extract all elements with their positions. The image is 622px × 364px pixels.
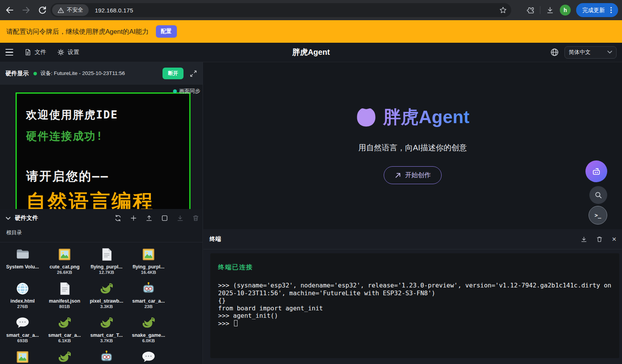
- snake-file-icon: [57, 315, 72, 330]
- hamburger-menu-icon[interactable]: [5, 49, 13, 56]
- profile-avatar[interactable]: h: [560, 5, 571, 16]
- snake-file-icon: [57, 350, 72, 364]
- file-item[interactable]: manifest.json801B: [44, 279, 86, 313]
- file-size: 6.1KB: [58, 338, 71, 343]
- new-file-icon[interactable]: [130, 214, 137, 222]
- file-item[interactable]: [2, 347, 44, 364]
- globe-file-icon: [15, 281, 30, 296]
- downloads-icon[interactable]: [546, 6, 554, 14]
- terminal-toggle-button[interactable]: >_: [589, 206, 607, 225]
- globe-icon[interactable]: [550, 48, 559, 57]
- file-size: 23B: [144, 304, 152, 309]
- image-file-icon: [57, 247, 72, 262]
- device-screen-preview: 欢迎使用胖虎IDE硬件连接成功!请开启您的——自然语言编程: [16, 92, 190, 209]
- file-name: System Volu...: [6, 264, 39, 270]
- terminal-clear-icon[interactable]: [596, 236, 603, 243]
- file-item[interactable]: flying_purpl...12.7KB: [86, 245, 128, 279]
- sync-label-text: 画面同步: [179, 88, 200, 95]
- start-creating-button[interactable]: 开始创作: [384, 166, 442, 184]
- main-content: 胖虎Agent 用自然语言，向AI描述你的创意 开始创作: [203, 63, 622, 229]
- terminal-line: >>>: [218, 320, 612, 327]
- disconnect-button[interactable]: 断开: [162, 68, 183, 79]
- back-button[interactable]: [3, 3, 16, 17]
- terminal-panel: 终端 ✕ 终端已连接 >>> (sysname='esp32', nodenam…: [203, 229, 622, 364]
- extensions-icon[interactable]: [526, 6, 535, 14]
- screen-text-line: 欢迎使用胖虎IDE: [26, 108, 118, 122]
- hardware-screen-area: 欢迎使用胖虎IDE硬件连接成功!请开启您的——自然语言编程 画面同步: [0, 85, 203, 209]
- terminal-cursor: [234, 320, 238, 326]
- snake-file-icon: [99, 281, 114, 296]
- screen-sync-label: 画面同步: [173, 88, 200, 95]
- file-item[interactable]: smart_car_T...3.7KB: [86, 313, 128, 347]
- file-item[interactable]: flying_purpl...16.4KB: [128, 245, 169, 279]
- panghu-logo-icon: [356, 107, 377, 128]
- file-size: 801B: [59, 304, 70, 309]
- delete-files-icon[interactable]: [192, 214, 199, 222]
- terminal-download-icon[interactable]: [580, 236, 587, 243]
- file-item[interactable]: System Volu...: [2, 245, 44, 279]
- terminal-lines: >>> (sysname='esp32', nodename='esp32', …: [218, 282, 612, 327]
- language-value: 简体中文: [569, 49, 591, 56]
- bookmark-star-icon[interactable]: [499, 6, 507, 14]
- configure-button[interactable]: 配置: [156, 25, 177, 38]
- file-name: pixel_strawb...: [90, 298, 123, 304]
- select-files-icon[interactable]: [161, 214, 168, 222]
- image-file-icon: [15, 350, 30, 364]
- hardware-display-header: 硬件显示 设备: FutureLite - 2025-10-23T11:56 断…: [0, 62, 203, 85]
- file-name: index.html: [10, 298, 35, 304]
- file-name: smart_car_a...: [132, 298, 165, 304]
- file-item[interactable]: cute_cat.png26.6KB: [44, 245, 86, 279]
- file-size: 276B: [17, 304, 28, 309]
- file-item[interactable]: smart_car_a...6.1KB: [44, 313, 86, 347]
- address-bar[interactable]: 不安全 192.168.0.175: [51, 3, 511, 17]
- file-size: 6.0KB: [142, 338, 155, 343]
- file-size: 12.7KB: [99, 270, 114, 275]
- file-item[interactable]: pixel_strawb...3.3KB: [86, 279, 128, 313]
- file-item[interactable]: smart_car_a...693B: [2, 313, 44, 347]
- language-select[interactable]: 简体中文: [564, 46, 617, 59]
- arrow-up-right-icon: [395, 172, 401, 179]
- hero-subtitle: 用自然语言，向AI描述你的创意: [358, 143, 467, 153]
- hardware-files-title: 硬件文件: [15, 214, 38, 222]
- collapse-chevron-icon[interactable]: [5, 216, 11, 220]
- update-label: 完成更新: [582, 7, 605, 14]
- chrome-update-button[interactable]: 完成更新: [576, 3, 618, 17]
- expand-icon[interactable]: [190, 70, 197, 77]
- terminal-title: 终端: [210, 235, 221, 243]
- file-size: 693B: [17, 338, 28, 343]
- refresh-files-icon[interactable]: [114, 214, 122, 222]
- speech-file-icon: [15, 315, 30, 330]
- upload-file-icon[interactable]: [145, 214, 153, 222]
- chevron-down-icon: [607, 51, 612, 54]
- menu-settings[interactable]: 设置: [57, 49, 79, 56]
- security-chip[interactable]: 不安全: [52, 4, 89, 16]
- file-size: 16.4KB: [141, 270, 156, 275]
- file-item[interactable]: [86, 347, 128, 364]
- file-name: manifest.json: [49, 298, 80, 304]
- menu-file[interactable]: 文件: [24, 49, 46, 56]
- speech-file-icon: [141, 350, 156, 364]
- files-divider: [0, 242, 203, 242]
- terminal-close-icon[interactable]: ✕: [612, 236, 617, 243]
- file-name: flying_purpl...: [91, 264, 122, 270]
- menu-settings-label: 设置: [68, 49, 79, 56]
- menu-file-label: 文件: [35, 49, 46, 56]
- file-item[interactable]: index.html276B: [2, 279, 44, 313]
- document-file-icon: [57, 281, 72, 296]
- file-item[interactable]: smart_car_a...23B: [128, 279, 169, 313]
- image-file-icon: [141, 247, 156, 262]
- reload-button[interactable]: [36, 3, 49, 17]
- hardware-display-title: 硬件显示: [5, 70, 29, 77]
- file-item[interactable]: [128, 347, 169, 364]
- file-name: smart_car_T...: [90, 333, 122, 338]
- download-files-icon[interactable]: [176, 214, 184, 222]
- file-size: 3.3KB: [100, 304, 113, 309]
- forward-button[interactable]: [19, 3, 33, 17]
- file-item[interactable]: [44, 347, 86, 364]
- search-button[interactable]: [589, 186, 607, 204]
- file-item[interactable]: snake_game...6.0KB: [128, 313, 169, 347]
- terminal-output[interactable]: 终端已连接 >>> (sysname='esp32', nodename='es…: [210, 253, 619, 358]
- search-icon: [594, 191, 603, 199]
- ai-assistant-button[interactable]: [585, 160, 607, 182]
- snake-file-icon: [99, 315, 114, 330]
